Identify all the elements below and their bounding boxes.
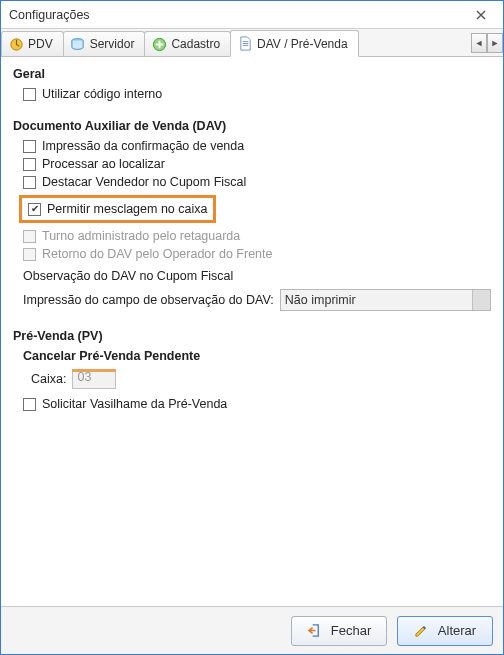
row-impressao-obs: Impressão do campo de observação do DAV:… (23, 289, 491, 311)
chk-permitir-mesclagem[interactable]: Permitir mesclagem no caixa (28, 202, 207, 216)
close-icon[interactable] (461, 3, 501, 27)
plus-icon (151, 36, 167, 52)
checkbox-icon (28, 203, 41, 216)
tab-dav-label: DAV / Pré-Venda (257, 37, 348, 51)
tab-pdv-label: PDV (28, 37, 53, 51)
tabstrip-nav: ◄ ► (471, 29, 503, 56)
checkbox-icon (23, 88, 36, 101)
chk-label: Processar ao localizar (42, 157, 165, 171)
select-value: Não imprimir (285, 293, 356, 307)
tab-cadastro-label: Cadastro (171, 37, 220, 51)
exit-icon (307, 623, 323, 639)
chk-label: Permitir mesclagem no caixa (47, 202, 207, 216)
window-title: Configurações (9, 8, 461, 22)
checkbox-icon (23, 230, 36, 243)
group-dav-title: Documento Auxiliar de Venda (DAV) (13, 119, 491, 133)
group-geral-title: Geral (13, 67, 491, 81)
chk-solicitar-vasilhame[interactable]: Solicitar Vasilhame da Pré-Venda (23, 397, 491, 411)
footer: Fechar Alterar (1, 606, 503, 654)
tab-pdv[interactable]: PDV (1, 31, 64, 56)
chk-processar-localizar[interactable]: Processar ao localizar (23, 157, 491, 171)
edit-icon (414, 623, 430, 639)
checkbox-icon (23, 248, 36, 261)
tab-scroll-right[interactable]: ► (487, 33, 503, 53)
checkbox-icon (23, 176, 36, 189)
chk-destacar-vendedor[interactable]: Destacar Vendedor no Cupom Fiscal (23, 175, 491, 189)
tabstrip: PDV Servidor Cadastro DAV / Pré-Venda ◄ … (1, 29, 503, 57)
chk-impressao-confirmacao[interactable]: Impressão da confirmação de venda (23, 139, 491, 153)
chk-retorno-operador-frente: Retorno do DAV pelo Operador do Frente (23, 247, 491, 261)
group-pv-title: Pré-Venda (PV) (13, 329, 491, 343)
sub-cancelar-pendente: Cancelar Pré-Venda Pendente (23, 349, 491, 363)
btn-label: Fechar (331, 623, 371, 638)
chk-label: Utilizar código interno (42, 87, 162, 101)
checkbox-icon (23, 140, 36, 153)
chk-label: Destacar Vendedor no Cupom Fiscal (42, 175, 246, 189)
label-obs-cupom: Observação do DAV no Cupom Fiscal (23, 269, 491, 283)
tab-servidor-label: Servidor (90, 37, 135, 51)
group-dav: Documento Auxiliar de Venda (DAV) Impres… (13, 119, 491, 311)
chk-turno-retaguarda: Turno administrado pelo retaguarda (23, 229, 491, 243)
tab-scroll-left[interactable]: ◄ (471, 33, 487, 53)
checkbox-icon (23, 398, 36, 411)
btn-label: Alterar (438, 623, 476, 638)
alterar-button[interactable]: Alterar (397, 616, 493, 646)
titlebar: Configurações (1, 1, 503, 29)
chk-label: Turno administrado pelo retaguarda (42, 229, 240, 243)
caixa-value: 03 (77, 370, 91, 384)
impressao-obs-label: Impressão do campo de observação do DAV: (23, 293, 274, 307)
tab-dav-prevenda[interactable]: DAV / Pré-Venda (230, 30, 359, 57)
document-icon (237, 36, 253, 52)
database-icon (70, 36, 86, 52)
group-prevenda: Pré-Venda (PV) Cancelar Pré-Venda Penden… (13, 329, 491, 411)
chk-label: Retorno do DAV pelo Operador do Frente (42, 247, 272, 261)
chk-label: Impressão da confirmação de venda (42, 139, 244, 153)
input-highlight (72, 369, 116, 372)
caixa-row: Caixa: 03 (31, 369, 491, 389)
select-impressao-obs[interactable]: Não imprimir (280, 289, 491, 311)
chevron-down-icon (472, 290, 490, 310)
group-geral: Geral Utilizar código interno (13, 67, 491, 101)
caixa-label: Caixa: (31, 372, 66, 386)
fechar-button[interactable]: Fechar (291, 616, 387, 646)
tab-servidor[interactable]: Servidor (63, 31, 146, 56)
highlight-permitir-mesclagem: Permitir mesclagem no caixa (19, 195, 216, 223)
tab-cadastro[interactable]: Cadastro (144, 31, 231, 56)
chk-label: Solicitar Vasilhame da Pré-Venda (42, 397, 227, 411)
checkbox-icon (23, 158, 36, 171)
config-window: Configurações PDV Servidor Cadastro (0, 0, 504, 655)
chk-utilizar-codigo-interno[interactable]: Utilizar código interno (23, 87, 491, 101)
pdv-icon (8, 36, 24, 52)
caixa-input[interactable]: 03 (72, 369, 116, 389)
tab-content: Geral Utilizar código interno Documento … (1, 57, 503, 606)
